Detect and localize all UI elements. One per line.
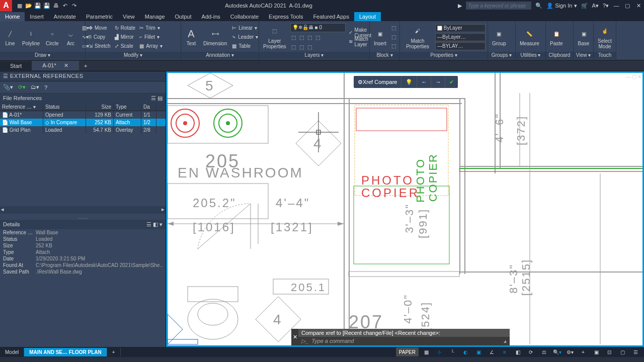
osnap-toggle[interactable]: ▣ xyxy=(473,347,484,356)
table-row[interactable]: 📄 Grid Plan Loaded 54.7 KB Overlay 2/8 xyxy=(0,126,166,134)
match-layer-button[interactable]: ≋ Match Layer xyxy=(348,37,372,46)
stretch-button[interactable]: ⇲ Stretch xyxy=(88,42,112,50)
layout-tab-active[interactable]: MAIN AND SE… FLOOR PLAN xyxy=(24,348,107,356)
rotate-button[interactable]: ↻ Rotate xyxy=(114,24,136,32)
scale-button[interactable]: 🔍▾ xyxy=(551,347,562,356)
restore-viewport[interactable]: ▢ xyxy=(632,74,636,79)
tree-button[interactable]: 🗂▾ xyxy=(31,84,39,90)
app-icon[interactable]: A▾ xyxy=(592,3,599,9)
customize-button[interactable]: ☰ xyxy=(630,347,641,356)
col-size[interactable]: Size xyxy=(86,103,114,111)
tab-home[interactable]: Home xyxy=(0,12,25,21)
tab-collaborate[interactable]: Collaborate xyxy=(225,12,264,21)
tab-annotate[interactable]: Annotate xyxy=(49,12,81,21)
tab-insert[interactable]: Insert xyxy=(25,12,49,21)
cycle-toggle[interactable]: ⟳ xyxy=(525,347,536,356)
line-button[interactable]: ╱Line xyxy=(2,27,18,47)
tab-layout[interactable]: Layout xyxy=(354,12,381,21)
minimize-viewport[interactable]: — xyxy=(626,74,631,79)
linetype-select[interactable]: — BYLAY… xyxy=(435,42,486,50)
col-date[interactable]: Da xyxy=(141,103,156,111)
annotation-monitor[interactable]: + xyxy=(578,347,589,356)
undo-icon[interactable]: ↶ xyxy=(61,2,68,9)
col-name[interactable]: Reference … ▾ xyxy=(0,103,43,111)
compare-bulb-button[interactable]: 💡 xyxy=(401,76,417,88)
layer-prev-button[interactable]: ⬚ xyxy=(290,43,297,51)
make-current-button[interactable]: ✓ Make Current xyxy=(348,28,372,37)
layer-freeze-button[interactable]: ⬚ xyxy=(298,33,305,42)
open-icon[interactable]: 📂 xyxy=(25,2,32,9)
otrack-toggle[interactable]: ∠ xyxy=(486,347,497,356)
new-tab-button[interactable]: + xyxy=(79,61,92,70)
command-input[interactable]: Type a command xyxy=(311,338,354,344)
tab-manage[interactable]: Manage xyxy=(140,12,170,21)
col-status[interactable]: Status xyxy=(43,103,86,111)
app-logo[interactable]: A xyxy=(0,0,12,12)
compare-next-button[interactable]: → xyxy=(431,76,445,88)
select-mode-button[interactable]: ☝Select Mode xyxy=(596,24,614,50)
linear-button[interactable]: ⊢ Linear ▾ xyxy=(231,24,259,32)
command-line[interactable]: ✕ Compare xref to [Recent change/File] <… xyxy=(298,329,510,345)
signin-button[interactable]: 👤 Sign In ▾ xyxy=(546,3,577,9)
compare-accept-button[interactable]: ✔ xyxy=(445,76,458,88)
drawing-viewport[interactable]: 205 EN WASHROOM 205.2" [1016] 4'–4" [132… xyxy=(166,71,644,347)
hardware-accel[interactable]: ⊡ xyxy=(604,347,615,356)
layer-select[interactable]: 💡❄🔓🖶 ■ 0 xyxy=(290,23,346,32)
circle-button[interactable]: ○Circle xyxy=(44,27,61,47)
copy-button[interactable]: ⎘ Copy xyxy=(88,33,112,41)
h-scrollbar[interactable]: ◂▸ xyxy=(0,206,166,214)
mirror-button[interactable]: ▟ Mirror xyxy=(114,33,136,41)
paste-button[interactable]: 📋Paste xyxy=(548,27,565,47)
ortho-toggle[interactable]: └ xyxy=(447,347,458,356)
grid-toggle[interactable]: ▦ xyxy=(421,347,432,356)
cmdline-close[interactable]: ✕ xyxy=(291,329,298,345)
table-row[interactable]: 📄 Wall Base ◇ In Compare 252 KB Attach 1… xyxy=(0,119,166,126)
workspace-button[interactable]: ⚙▾ xyxy=(565,347,576,356)
trim-button[interactable]: ✂ Trim ▾ xyxy=(138,24,164,32)
array-button[interactable]: ▦ Array ▾ xyxy=(138,42,164,50)
close-button[interactable]: ✕ xyxy=(635,3,642,9)
table-row[interactable]: 📄 A-01* Opened 129 KB Current 1/1 xyxy=(0,111,166,119)
isolate-button[interactable]: ▣ xyxy=(591,347,602,356)
search-icon[interactable]: 🔍 xyxy=(535,3,542,9)
start-tab[interactable]: Start xyxy=(0,61,32,70)
layer-iso-button[interactable]: ⬚ xyxy=(290,33,297,42)
layer-off-button[interactable]: ⬚ xyxy=(314,33,321,42)
color-select[interactable]: ByLayer xyxy=(435,24,486,32)
tab-parametric[interactable]: Parametric xyxy=(81,12,118,21)
move-button[interactable]: ✥ Move xyxy=(88,24,112,32)
lineweight-select[interactable]: — ByLayer… xyxy=(435,33,486,41)
match-properties-button[interactable]: 🖌Match Properties xyxy=(402,24,433,50)
layer-state-button[interactable]: ⬚ xyxy=(306,43,313,51)
measure-button[interactable]: 📏Measure xyxy=(518,27,541,47)
polar-toggle[interactable]: ◐ xyxy=(460,347,471,356)
tab-addins[interactable]: Add-ins xyxy=(197,12,225,21)
transparency-toggle[interactable]: ◧ xyxy=(512,347,523,356)
snap-toggle[interactable]: ⊹ xyxy=(434,347,445,356)
help-icon[interactable]: ?▾ xyxy=(603,3,609,9)
paper-toggle[interactable]: PAPER xyxy=(396,347,419,356)
tab-express[interactable]: Express Tools xyxy=(264,12,308,21)
layer-lock-button[interactable]: ⬚ xyxy=(306,33,313,42)
refresh-button[interactable]: ⟳▾ xyxy=(18,84,26,90)
arc-button[interactable]: ◡Arc xyxy=(63,27,79,47)
share-icon[interactable]: ▶ xyxy=(458,3,462,9)
add-layout-button[interactable]: + xyxy=(107,348,121,356)
group-button[interactable]: ▣Group xyxy=(490,27,508,47)
compare-settings-button[interactable]: ⚙ Xref Compare xyxy=(354,76,401,88)
clean-screen[interactable]: ▢ xyxy=(617,347,628,356)
tab-view[interactable]: View xyxy=(118,12,140,21)
file-tab-active[interactable]: A-01* ✕ xyxy=(32,61,79,70)
lineweight-toggle[interactable]: ≡ xyxy=(499,347,510,356)
col-type[interactable]: Type xyxy=(114,103,141,111)
insert-button[interactable]: ▣Insert xyxy=(372,27,388,47)
plot-icon[interactable]: 🖶 xyxy=(52,2,59,9)
table-button[interactable]: ▦ Table xyxy=(231,42,259,50)
save-icon[interactable]: 💾 xyxy=(34,2,41,9)
block-attr-button[interactable]: ⬚ xyxy=(390,42,397,50)
base-button[interactable]: ▣Base xyxy=(576,27,592,47)
help-search-input[interactable] xyxy=(466,2,531,10)
new-icon[interactable]: ▦ xyxy=(16,2,23,9)
layer-properties-button[interactable]: ⬚Layer Properties xyxy=(261,24,288,50)
close-viewport[interactable]: ✕ xyxy=(637,74,641,79)
